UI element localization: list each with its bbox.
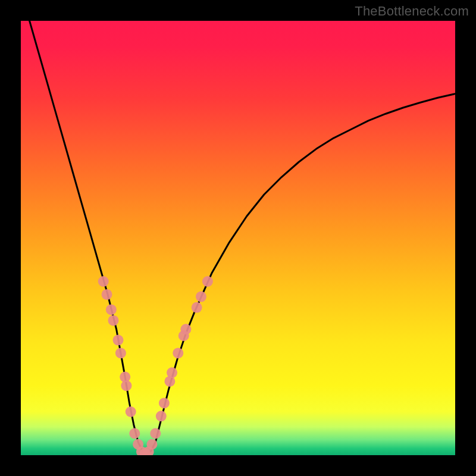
data-marker	[106, 304, 117, 315]
data-marker	[108, 315, 118, 326]
bottleneck-curve	[30, 21, 455, 455]
data-marker	[202, 276, 213, 287]
data-marker	[129, 428, 140, 439]
data-marker	[180, 324, 191, 334]
chart-container: TheBottleneck.com	[0, 0, 476, 476]
data-marker	[113, 335, 124, 346]
data-marker	[98, 276, 109, 287]
data-marker	[192, 302, 202, 313]
data-marker	[150, 428, 161, 439]
data-marker	[121, 380, 131, 391]
data-marker	[156, 411, 167, 421]
data-marker	[115, 347, 126, 358]
curve-layer	[21, 21, 455, 455]
data-marker	[167, 367, 177, 378]
data-marker	[196, 292, 206, 302]
data-marker	[159, 397, 170, 408]
data-marker	[126, 406, 136, 417]
data-marker	[102, 289, 112, 300]
plot-area	[21, 21, 455, 455]
curve-markers	[98, 276, 213, 455]
data-marker	[146, 439, 157, 450]
data-marker	[173, 347, 183, 358]
watermark-text: TheBottleneck.com	[355, 4, 469, 19]
